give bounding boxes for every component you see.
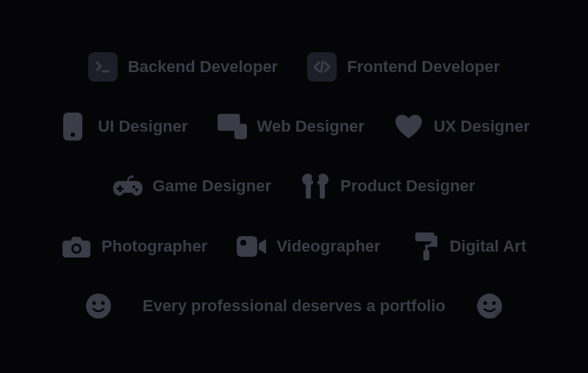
svg-point-10 — [135, 188, 138, 191]
svg-point-24 — [492, 301, 496, 305]
svg-point-11 — [131, 175, 134, 178]
chip-label: Backend Developer — [128, 57, 278, 77]
chip-label: UX Designer — [434, 117, 530, 136]
chip-label: Product Designer — [340, 177, 475, 196]
tagline-text: Every professional deserves a portfolio — [143, 296, 445, 316]
svg-point-15 — [74, 246, 79, 252]
tagline-row: Every professional deserves a portfolio — [0, 291, 588, 321]
svg-point-3 — [71, 132, 75, 137]
role-row-3: Game Designer Product Designer — [0, 171, 588, 201]
terminal-icon — [88, 52, 118, 82]
smiley-icon — [84, 291, 113, 321]
chip-label: Photographer — [101, 237, 207, 256]
paint-roller-icon — [410, 232, 440, 261]
svg-point-21 — [92, 301, 96, 305]
chip-product-designer: Product Designer — [301, 171, 475, 201]
code-icon — [307, 52, 337, 82]
devices-icon — [218, 112, 247, 141]
chip-ui-designer: UI Designer — [58, 112, 187, 141]
video-camera-icon — [237, 232, 266, 261]
chip-videographer: Videographer — [237, 232, 380, 261]
heart-icon — [394, 112, 423, 141]
chip-label: Frontend Developer — [347, 57, 500, 77]
chip-game-designer: Game Designer — [113, 171, 271, 201]
svg-point-9 — [132, 185, 135, 188]
svg-rect-13 — [318, 177, 319, 181]
svg-point-17 — [240, 240, 246, 246]
chip-backend-developer: Backend Developer — [88, 52, 278, 82]
svg-point-22 — [101, 301, 104, 305]
chip-label: Game Designer — [153, 177, 271, 196]
chip-digital-art: Digital Art — [410, 232, 526, 261]
sticker-smiley-icon — [475, 291, 504, 321]
role-row-4: Photographer Videographer Digital Art — [0, 232, 588, 261]
svg-rect-16 — [237, 236, 257, 257]
camera-icon — [62, 232, 91, 261]
role-row-2: UI Designer Web Designer UX Designer — [0, 112, 588, 141]
svg-rect-12 — [312, 177, 313, 181]
role-row-1: Backend Developer Frontend Developer — [0, 52, 588, 82]
phone-icon — [58, 112, 87, 141]
chip-web-designer: Web Designer — [218, 112, 365, 141]
svg-line-1 — [321, 62, 323, 72]
chip-label: Digital Art — [450, 237, 526, 256]
chip-ux-designer: UX Designer — [394, 112, 530, 141]
chip-label: UI Designer — [98, 117, 187, 136]
svg-rect-19 — [423, 250, 429, 260]
svg-point-20 — [86, 294, 111, 319]
chip-label: Web Designer — [257, 117, 365, 136]
svg-rect-18 — [415, 232, 434, 241]
chip-label: Videographer — [276, 237, 380, 256]
airpods-icon — [301, 171, 330, 201]
svg-rect-8 — [117, 188, 123, 190]
gamepad-icon — [113, 171, 143, 201]
chip-photographer: Photographer — [62, 232, 207, 261]
svg-point-23 — [484, 301, 487, 305]
chip-frontend-developer: Frontend Developer — [307, 52, 500, 82]
